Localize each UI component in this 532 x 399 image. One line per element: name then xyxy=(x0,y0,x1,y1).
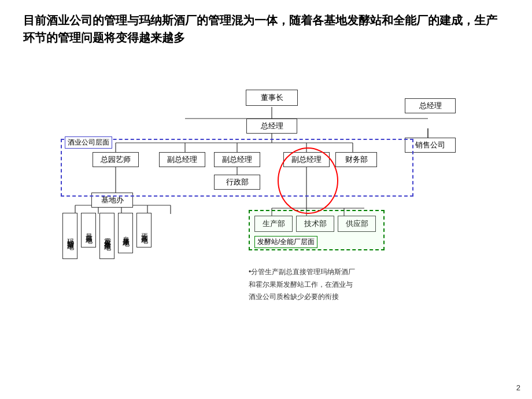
box-huoerguosi: 霍尔果斯基地 xyxy=(99,213,114,259)
box-changji: 昌吉基地 xyxy=(81,213,96,247)
box-manasi: 玛纳斯基地 xyxy=(62,213,77,259)
box-zongjingli-right: 总经理 xyxy=(405,98,456,113)
page-title: 目前酒业公司的管理与玛纳斯酒厂的管理混为一体，随着各基地发酵站和全能厂的建成，生… xyxy=(23,12,497,46)
note-text: •分管生产副总直接管理玛纳斯酒厂 和霍尔果斯发酵站工作，在酒业与 酒业公司质检缺… xyxy=(249,266,393,304)
box-dongshizhang: 董事长 xyxy=(246,90,298,106)
box-yili: 焉吉基地 xyxy=(136,213,152,247)
box-fukang: 阜康基地 xyxy=(118,213,133,253)
highlight-ellipse xyxy=(278,147,338,214)
fajiao-label: 发酵站/全能厂层面 xyxy=(254,236,317,248)
org-chart: 董事长 总经理 总经理 销售公司 副总经理 总园艺师 副总经理 副总经理 财务部… xyxy=(23,87,520,376)
jiuye-region xyxy=(61,139,413,197)
box-zongjingli-left: 总经理 xyxy=(246,119,297,134)
page-number: 2 xyxy=(516,383,520,392)
jiuye-label: 酒业公司层面 xyxy=(65,136,112,149)
page: 目前酒业公司的管理与玛纳斯酒厂的管理混为一体，随着各基地发酵站和全能厂的建成，生… xyxy=(0,0,532,399)
